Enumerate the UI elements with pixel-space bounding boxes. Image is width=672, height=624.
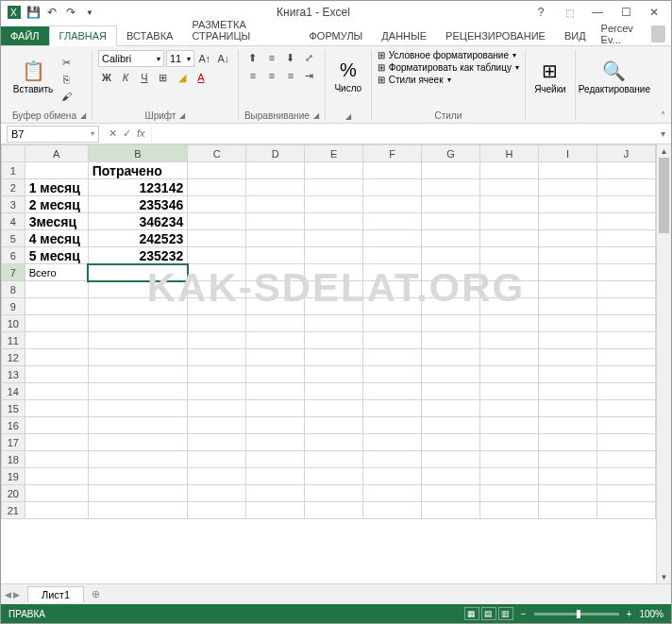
cell[interactable] (480, 451, 539, 468)
tab-file[interactable]: ФАЙЛ (1, 26, 49, 45)
scroll-thumb[interactable] (659, 158, 669, 233)
cell[interactable] (305, 247, 363, 264)
cell[interactable] (539, 485, 597, 502)
cell[interactable] (246, 417, 305, 434)
cell[interactable] (25, 434, 88, 451)
cell[interactable] (480, 298, 539, 315)
cell[interactable] (188, 383, 246, 400)
border-icon[interactable]: ⊞ (155, 70, 172, 85)
cell[interactable] (596, 485, 655, 502)
cell[interactable] (88, 468, 187, 485)
cell[interactable] (188, 451, 246, 468)
cell[interactable] (363, 196, 422, 213)
cell[interactable] (188, 400, 246, 417)
cell[interactable] (25, 485, 88, 502)
cell[interactable] (246, 230, 305, 247)
column-header[interactable]: F (363, 145, 422, 162)
tab-review[interactable]: РЕЦЕНЗИРОВАНИЕ (436, 26, 555, 45)
zoom-in-icon[interactable]: + (627, 609, 632, 619)
cell[interactable] (596, 179, 655, 196)
column-header[interactable]: E (305, 145, 363, 162)
cell[interactable] (25, 162, 88, 179)
cell[interactable] (25, 451, 88, 468)
cell[interactable] (188, 366, 246, 383)
cell[interactable] (363, 451, 422, 468)
cell[interactable] (596, 196, 655, 213)
tab-insert[interactable]: ВСТАВКА (117, 26, 182, 45)
cell[interactable] (422, 400, 480, 417)
align-top-icon[interactable]: ⬆ (244, 50, 261, 65)
cell[interactable]: 346234 (88, 213, 187, 230)
cell[interactable] (88, 366, 187, 383)
cell[interactable] (88, 315, 187, 332)
cells-button[interactable]: ⊞ Ячейки (531, 50, 569, 103)
enter-icon[interactable]: ✓ (123, 127, 131, 140)
user-account[interactable]: Percev Ev... (596, 23, 671, 45)
cell[interactable] (422, 298, 480, 315)
row-header[interactable]: 12 (2, 349, 25, 366)
cell[interactable] (539, 332, 597, 349)
cell[interactable] (246, 400, 305, 417)
cell[interactable] (88, 349, 187, 366)
cell[interactable] (305, 281, 363, 298)
cell[interactable]: 235346 (88, 196, 187, 213)
cell[interactable] (480, 281, 539, 298)
cell[interactable] (422, 281, 480, 298)
row-header[interactable]: 7 (2, 264, 25, 281)
cell[interactable] (25, 315, 88, 332)
column-header[interactable]: J (596, 145, 655, 162)
clipboard-dialog-icon[interactable]: ◢ (80, 111, 86, 120)
font-name-select[interactable]: Calibri▾ (98, 50, 164, 67)
cell[interactable] (188, 247, 246, 264)
cell[interactable] (539, 281, 597, 298)
row-header[interactable]: 13 (2, 366, 25, 383)
cell[interactable] (88, 502, 187, 519)
paste-button[interactable]: 📋 Вставить (12, 50, 54, 103)
editing-button[interactable]: 🔍 Редактирование (581, 50, 647, 103)
cell[interactable]: 4 месяц (25, 230, 88, 247)
cell[interactable] (246, 315, 305, 332)
column-header[interactable]: I (539, 145, 597, 162)
cell[interactable] (539, 468, 597, 485)
close-icon[interactable]: ✕ (643, 4, 665, 21)
cell[interactable] (305, 366, 363, 383)
cell[interactable] (539, 196, 597, 213)
cell[interactable]: Всего (25, 264, 88, 281)
tab-view[interactable]: ВИД (555, 26, 596, 45)
cell[interactable] (480, 349, 539, 366)
sheet-nav-next-icon[interactable]: ▶ (13, 590, 20, 599)
cell[interactable] (88, 400, 187, 417)
cell[interactable] (246, 332, 305, 349)
cell[interactable] (246, 247, 305, 264)
cell[interactable] (363, 230, 422, 247)
cell[interactable] (246, 485, 305, 502)
cell[interactable] (88, 281, 187, 298)
cell[interactable] (539, 230, 597, 247)
cell[interactable] (480, 179, 539, 196)
cell[interactable] (88, 383, 187, 400)
cut-icon[interactable]: ✂ (58, 55, 75, 70)
cell[interactable] (422, 196, 480, 213)
expand-formula-icon[interactable]: ▾ (655, 128, 671, 139)
cell[interactable] (539, 366, 597, 383)
align-left-icon[interactable]: ≡ (244, 68, 261, 83)
row-header[interactable]: 19 (2, 468, 25, 485)
cell[interactable] (480, 383, 539, 400)
tab-data[interactable]: ДАННЫЕ (372, 26, 436, 45)
number-format-button[interactable]: % Число (331, 50, 365, 103)
cell[interactable] (363, 417, 422, 434)
cell[interactable]: 3месяц (25, 213, 88, 230)
cell[interactable] (422, 315, 480, 332)
cell[interactable] (422, 247, 480, 264)
cell[interactable] (596, 451, 655, 468)
page-layout-view-icon[interactable]: ▤ (481, 607, 496, 620)
cell[interactable] (539, 298, 597, 315)
cell[interactable] (363, 502, 422, 519)
cell[interactable] (363, 400, 422, 417)
cell[interactable] (25, 417, 88, 434)
cell[interactable] (188, 264, 246, 281)
cell[interactable] (422, 434, 480, 451)
cell[interactable] (188, 332, 246, 349)
row-header[interactable]: 11 (2, 332, 25, 349)
cell[interactable] (363, 281, 422, 298)
